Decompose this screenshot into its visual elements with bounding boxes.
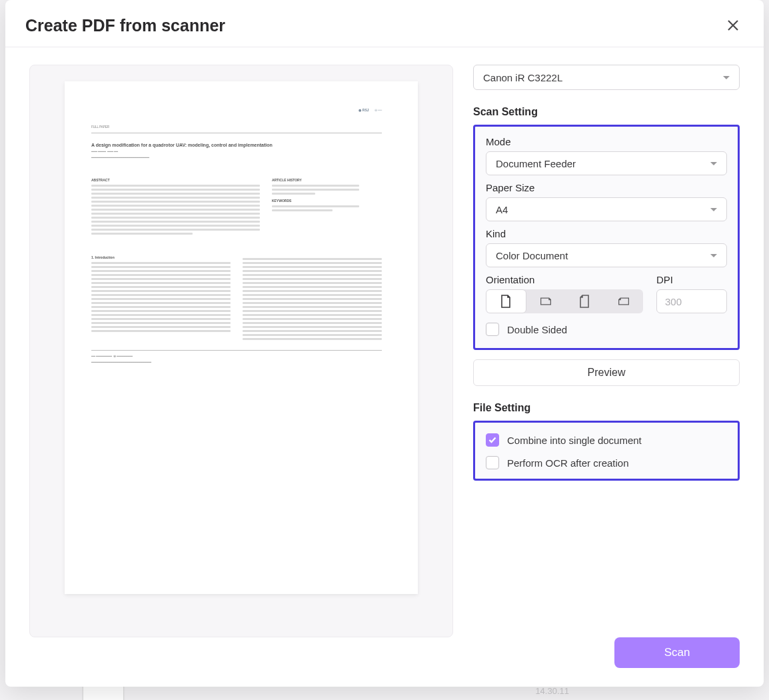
- preview-pane: ◉ RSJ⊕ ━━ FULL PAPER A design modificati…: [29, 65, 453, 637]
- dpi-label: DPI: [656, 274, 727, 285]
- settings-pane: Canon iR C3222L Scan Setting Mode Docume…: [473, 65, 740, 637]
- close-button[interactable]: [722, 15, 744, 36]
- background-timestamp: 14.30.11: [535, 686, 569, 696]
- orientation-toggle: [486, 289, 643, 313]
- chevron-down-icon: [710, 208, 717, 211]
- page-portrait-icon: [500, 294, 512, 309]
- page-portrait-flip-icon: [578, 294, 590, 309]
- modal-header: Create PDF from scanner: [5, 0, 764, 47]
- doc-keywords-head: KEYWORDS: [272, 199, 359, 203]
- check-icon: [488, 437, 496, 443]
- orientation-landscape-button[interactable]: [526, 289, 566, 313]
- scan-button[interactable]: Scan: [614, 637, 740, 668]
- scan-setting-heading: Scan Setting: [473, 106, 740, 118]
- paper-size-value: A4: [496, 204, 508, 215]
- doc-authors: ━━━ ━━━━ ━━━ ━━: [91, 150, 382, 153]
- chevron-down-icon: [723, 76, 730, 79]
- scan-button-label: Scan: [664, 646, 690, 659]
- scanner-value: Canon iR C3222L: [483, 72, 562, 83]
- combine-checkbox-row[interactable]: Combine into single document: [486, 433, 727, 447]
- scan-setting-box: Mode Document Feeder Paper Size A4 Kind …: [473, 125, 740, 350]
- file-setting-box: Combine into single document Perform OCR…: [473, 421, 740, 481]
- double-sided-checkbox-row[interactable]: Double Sided: [486, 323, 727, 336]
- orientation-label: Orientation: [486, 274, 643, 285]
- kind-value: Color Document: [496, 250, 568, 261]
- combine-checkbox[interactable]: [486, 433, 499, 447]
- page-landscape-flip-icon: [618, 294, 630, 309]
- page-landscape-icon: [540, 294, 552, 309]
- mode-value: Document Feeder: [496, 158, 576, 169]
- close-icon: [727, 19, 739, 31]
- doc-history-head: ARTICLE HISTORY: [272, 178, 359, 182]
- combine-label: Combine into single document: [507, 435, 642, 446]
- chevron-down-icon: [710, 254, 717, 257]
- modal-title: Create PDF from scanner: [25, 16, 225, 35]
- kind-select[interactable]: Color Document: [486, 243, 727, 267]
- doc-affil: ━━━━━━━━━━━━━━━━━━━━━━━━━━━━━: [91, 156, 382, 159]
- preview-button-label: Preview: [588, 367, 626, 379]
- ocr-checkbox-row[interactable]: Perform OCR after creation: [486, 456, 727, 469]
- paper-size-select[interactable]: A4: [486, 197, 727, 221]
- ocr-label: Perform OCR after creation: [507, 457, 629, 469]
- dpi-value: 300: [665, 296, 682, 307]
- kind-label: Kind: [486, 228, 727, 239]
- double-sided-label: Double Sided: [507, 324, 567, 335]
- preview-button[interactable]: Preview: [473, 359, 740, 386]
- scanner-select[interactable]: Canon iR C3222L: [473, 65, 740, 90]
- file-setting-heading: File Setting: [473, 402, 740, 414]
- doc-title: A design modification for a quadrotor UA…: [91, 143, 382, 147]
- document-preview[interactable]: ◉ RSJ⊕ ━━ FULL PAPER A design modificati…: [65, 81, 418, 594]
- scanner-modal: Create PDF from scanner ◉ RSJ⊕ ━━ FULL P…: [5, 0, 764, 687]
- chevron-down-icon: [710, 162, 717, 165]
- modal-footer: Scan: [5, 637, 764, 687]
- mode-select[interactable]: Document Feeder: [486, 151, 727, 175]
- doc-abstract-head: ABSTRACT: [91, 178, 260, 182]
- doc-category: FULL PAPER: [91, 125, 382, 129]
- modal-body: ◉ RSJ⊕ ━━ FULL PAPER A design modificati…: [5, 47, 764, 637]
- dpi-input[interactable]: 300: [656, 289, 727, 313]
- orientation-portrait-flip-button[interactable]: [565, 289, 604, 313]
- doc-section-head: 1. Introduction: [91, 255, 231, 259]
- double-sided-checkbox[interactable]: [486, 323, 499, 336]
- ocr-checkbox[interactable]: [486, 456, 499, 469]
- mode-label: Mode: [486, 136, 727, 147]
- orientation-portrait-button[interactable]: [486, 289, 526, 313]
- paper-size-label: Paper Size: [486, 182, 727, 193]
- orientation-landscape-flip-button[interactable]: [604, 289, 644, 313]
